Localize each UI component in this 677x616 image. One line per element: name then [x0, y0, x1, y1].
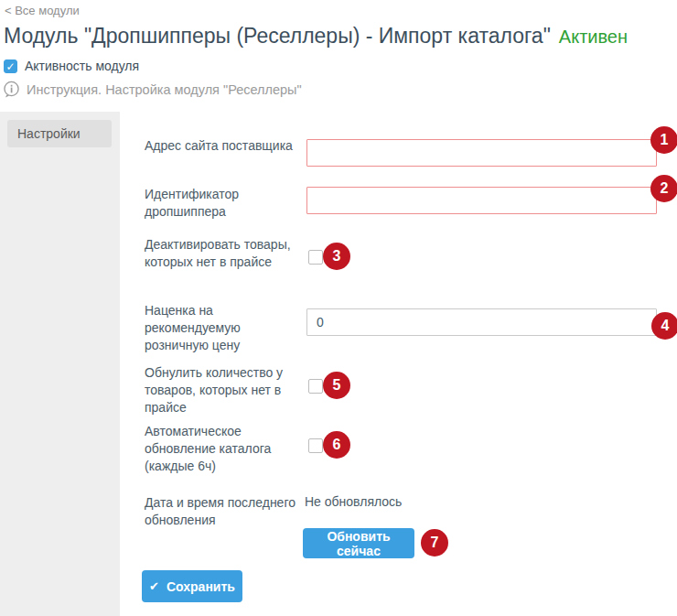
deactivate-missing-checkbox[interactable] — [308, 250, 323, 265]
instruction-link-label: Инструкция. Настройка модуля "Реселлеры" — [27, 82, 302, 97]
dropshipper-id-input[interactable] — [306, 187, 657, 214]
step-badge-2: 2 — [650, 175, 677, 202]
field-label-dropshipper-id: Идентификатор дропшиппера — [145, 186, 302, 221]
step-badge-6: 6 — [323, 431, 350, 459]
module-activity-row: ✓ Активность модуля — [4, 59, 139, 73]
field-label-markup: Наценка на рекомендуемую розничную цену — [145, 302, 302, 354]
save-button-label: Сохранить — [167, 579, 235, 594]
check-icon: ✔ — [149, 579, 159, 593]
info-icon — [3, 81, 20, 98]
sidebar-tab-settings[interactable]: Настройки — [7, 120, 112, 147]
instruction-link[interactable]: Инструкция. Настройка модуля "Реселлеры" — [3, 81, 302, 98]
breadcrumb-all-modules-link[interactable]: < Все модули — [5, 4, 80, 17]
save-button[interactable]: ✔ Сохранить — [142, 570, 242, 602]
settings-sidebar: Настройки — [0, 112, 120, 616]
module-title-text: Модуль "Дропшипперы (Реселлеры) - Импорт… — [4, 24, 551, 48]
supplier-site-input[interactable] — [306, 139, 657, 167]
markup-input[interactable] — [306, 308, 657, 336]
module-activity-checkbox[interactable]: ✓ — [4, 59, 17, 73]
field-label-auto-update: Автоматическое обновление каталога (кажд… — [145, 423, 302, 475]
module-status-badge: Активен — [559, 27, 628, 47]
last-update-value: Не обновлялось — [305, 494, 402, 509]
zero-quantity-checkbox[interactable] — [308, 379, 323, 394]
module-activity-label: Активность модуля — [25, 59, 139, 73]
update-now-button[interactable]: Обновить сейчас — [303, 528, 414, 558]
field-label-deactivate-missing: Деактивировать товары, которых нет в пра… — [145, 236, 302, 271]
step-badge-4: 4 — [651, 312, 677, 340]
step-badge-7: 7 — [421, 529, 448, 557]
step-badge-3: 3 — [323, 243, 350, 270]
auto-update-checkbox[interactable] — [308, 438, 323, 453]
field-label-supplier-site: Адрес сайта поставщика — [145, 137, 302, 155]
step-badge-1: 1 — [650, 126, 677, 154]
step-badge-5: 5 — [323, 372, 350, 399]
field-label-zero-quantity: Обнулить количество у товаров, которых н… — [145, 364, 302, 416]
page-title: Модуль "Дропшипперы (Реселлеры) - Импорт… — [4, 24, 628, 49]
field-label-last-update: Дата и время последнего обновления — [145, 494, 302, 529]
